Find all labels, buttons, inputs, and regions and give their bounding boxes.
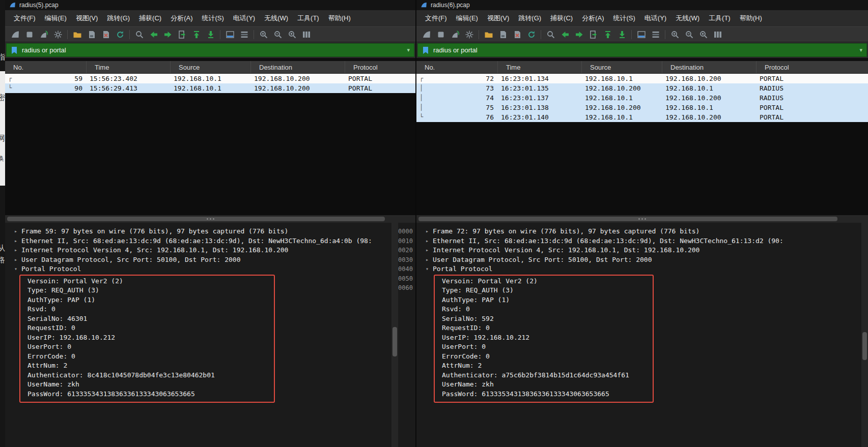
portal-field[interactable]: AttrNum: 2 — [27, 361, 270, 371]
close-file-icon[interactable] — [510, 28, 524, 41]
portal-field[interactable]: UserPort: 0 — [442, 342, 649, 352]
menu-go[interactable]: 跳转(G) — [514, 11, 546, 25]
hex-bytes-pane[interactable]: 0000 0010 0020 0030 0040 0050 0060 — [398, 223, 415, 447]
chevron-right-icon[interactable]: ▸ — [10, 227, 21, 236]
chevron-right-icon[interactable]: ▸ — [10, 246, 21, 255]
column-header-source[interactable]: Source — [582, 61, 662, 73]
portal-field[interactable]: AuthType: PAP (1) — [27, 295, 270, 305]
go-back-icon[interactable] — [147, 28, 160, 41]
packet-details-pane[interactable]: ▸Frame 59: 97 bytes on wire (776 bits), … — [5, 223, 391, 447]
packet-row-selected[interactable]: └90 15:56:29.413 192.168.10.1 192.168.10… — [5, 83, 415, 93]
column-header-source[interactable]: Source — [171, 61, 251, 73]
menu-telephony[interactable]: 电话(Y) — [229, 11, 260, 25]
bookmark-icon[interactable] — [422, 46, 429, 54]
start-capture-icon[interactable] — [8, 28, 22, 41]
display-filter-input[interactable]: radius or portal ▾ — [417, 43, 867, 57]
go-first-packet-icon[interactable] — [601, 28, 614, 41]
portal-field[interactable]: ErrorCode: 0 — [442, 352, 649, 362]
titlebar[interactable]: radius(6).pcap — [416, 0, 868, 10]
menu-analyze[interactable]: 分析(A) — [577, 11, 608, 25]
menu-go[interactable]: 跳转(G) — [102, 11, 134, 25]
portal-field[interactable]: Authenticator: a75c6b2bf3814b15d1c64dc93… — [442, 371, 649, 380]
packet-details-pane[interactable]: ▸Frame 72: 97 bytes on wire (776 bits), … — [416, 223, 861, 447]
display-filter-input[interactable]: radius or portal ▾ — [6, 43, 414, 57]
stop-capture-icon[interactable] — [434, 28, 447, 41]
chevron-right-icon[interactable]: ▸ — [10, 236, 21, 246]
restart-capture-icon[interactable] — [37, 28, 50, 41]
column-header-protocol[interactable]: Protocol — [757, 61, 868, 73]
column-header-no[interactable]: No. — [416, 61, 498, 73]
portal-field[interactable]: UserName: zkh — [27, 380, 270, 390]
horizontal-scrollbar[interactable] — [416, 215, 868, 223]
menu-file[interactable]: 文件(F) — [421, 11, 452, 25]
save-file-icon[interactable] — [85, 28, 98, 41]
portal-field[interactable]: AttrNum: 2 — [442, 361, 649, 371]
menu-file[interactable]: 文件(F) — [9, 11, 40, 25]
portal-field[interactable]: Authenticator: 8c418c1045078db04fe3c13e8… — [27, 371, 270, 380]
detail-row-udp[interactable]: ▸User Datagram Protocol, Src Port: 50100… — [422, 255, 861, 265]
zoom-in-icon[interactable] — [257, 28, 270, 41]
bookmark-icon[interactable] — [11, 46, 18, 54]
column-header-no[interactable]: No. — [5, 61, 87, 73]
menu-analyze[interactable]: 分析(A) — [166, 11, 197, 25]
reload-file-icon[interactable] — [113, 28, 127, 41]
reload-file-icon[interactable] — [524, 28, 538, 41]
column-header-time[interactable]: Time — [498, 61, 582, 73]
horizontal-scrollbar[interactable] — [5, 215, 415, 223]
portal-field[interactable]: Versoin: Portal Ver2 (2) — [442, 277, 649, 286]
autoscroll-icon[interactable] — [223, 28, 237, 41]
menu-view[interactable]: 视图(V) — [483, 11, 514, 25]
menu-view[interactable]: 视图(V) — [71, 11, 102, 25]
packet-row-selected[interactable]: └76 16:23:01.140 192.168.10.1 192.168.10… — [416, 112, 868, 122]
go-forward-icon[interactable] — [572, 28, 586, 41]
go-last-packet-icon[interactable] — [615, 28, 629, 41]
go-last-packet-icon[interactable] — [204, 28, 217, 41]
portal-field[interactable]: PassWord: 613335343138363361333430636536… — [442, 390, 649, 399]
chevron-down-icon[interactable]: ▾ — [407, 47, 410, 53]
resize-columns-icon[interactable] — [711, 28, 724, 41]
portal-field[interactable]: RequestID: 0 — [27, 323, 270, 333]
packet-row-selected[interactable]: │75 16:23:01.138 192.168.10.200 192.168.… — [416, 103, 868, 112]
portal-field[interactable]: Versoin: Portal Ver2 (2) — [27, 277, 270, 286]
vertical-scrollbar-thumb[interactable] — [862, 332, 867, 360]
menu-edit[interactable]: 编辑(E) — [452, 11, 483, 25]
stop-capture-icon[interactable] — [22, 28, 36, 41]
chevron-down-icon[interactable]: ▾ — [10, 264, 21, 274]
detail-row-frame[interactable]: ▸Frame 72: 97 bytes on wire (776 bits), … — [422, 227, 861, 236]
chevron-right-icon[interactable]: ▸ — [422, 227, 433, 236]
portal-field[interactable]: UserIP: 192.168.10.212 — [27, 333, 270, 343]
packet-row[interactable]: ┌72 16:23:01.134 192.168.10.1 192.168.10… — [416, 74, 868, 83]
chevron-right-icon[interactable]: ▸ — [422, 255, 433, 265]
portal-field[interactable]: RequestID: 0 — [442, 323, 649, 333]
menu-statistics[interactable]: 统计(S) — [197, 11, 228, 25]
chevron-right-icon[interactable]: ▸ — [422, 246, 433, 255]
portal-field[interactable]: Type: REQ_AUTH (3) — [27, 286, 270, 295]
capture-options-icon[interactable] — [462, 28, 476, 41]
vertical-scrollbar[interactable] — [391, 223, 398, 447]
portal-field[interactable]: UserIP: 192.168.10.212 — [442, 333, 649, 343]
column-header-protocol[interactable]: Protocol — [345, 61, 415, 73]
find-packet-icon[interactable] — [544, 28, 557, 41]
capture-options-icon[interactable] — [51, 28, 65, 41]
column-header-time[interactable]: Time — [87, 61, 171, 73]
detail-row-frame[interactable]: ▸Frame 59: 97 bytes on wire (776 bits), … — [10, 227, 391, 236]
zoom-out-icon[interactable] — [682, 28, 696, 41]
packet-row-selected[interactable]: │73 16:23:01.135 192.168.10.200 192.168.… — [416, 83, 868, 93]
column-header-destination[interactable]: Destination — [251, 61, 345, 73]
colorize-icon[interactable] — [237, 28, 251, 41]
go-back-icon[interactable] — [558, 28, 572, 41]
portal-field[interactable]: PassWord: 613335343138363361333430636536… — [27, 390, 270, 399]
menu-help[interactable]: 帮助(H) — [324, 11, 355, 25]
detail-row-ethernet[interactable]: ▸Ethernet II, Src: 68:ed:ae:13:dc:9d (68… — [422, 236, 861, 246]
menu-tools[interactable]: 工具(T) — [704, 11, 735, 25]
portal-field[interactable]: SerialNo: 46301 — [27, 314, 270, 324]
go-to-packet-icon[interactable] — [586, 28, 600, 41]
portal-field[interactable]: Rsvd: 0 — [27, 305, 270, 314]
packet-list[interactable]: ┌72 16:23:01.134 192.168.10.1 192.168.10… — [416, 74, 868, 215]
portal-field[interactable]: AuthType: PAP (1) — [442, 295, 649, 305]
chevron-down-icon[interactable]: ▾ — [859, 47, 862, 53]
packet-row-selected[interactable]: │74 16:23:01.137 192.168.10.1 192.168.10… — [416, 93, 868, 103]
portal-field[interactable]: UserName: zkh — [442, 380, 649, 390]
portal-field[interactable]: UserPort: 0 — [27, 342, 270, 352]
menu-telephony[interactable]: 电话(Y) — [640, 11, 671, 25]
